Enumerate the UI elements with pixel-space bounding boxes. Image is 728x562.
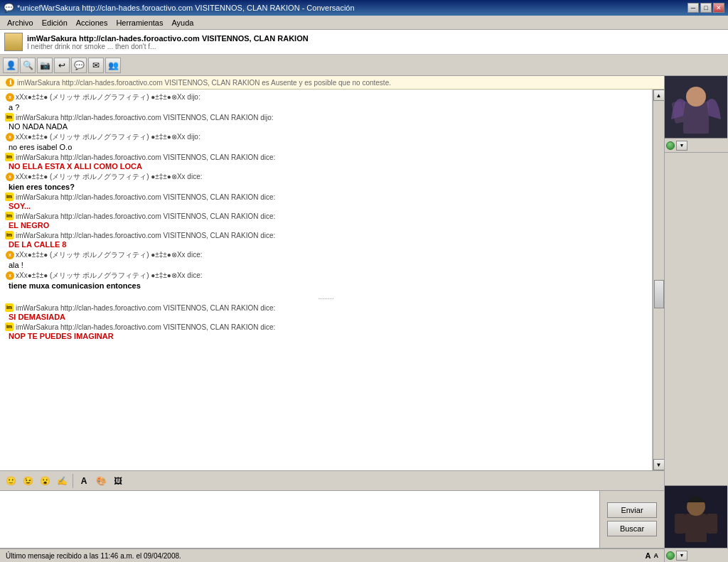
handwriting-btn[interactable]: ✍ bbox=[54, 473, 70, 489]
message-sender-6: imimWarSakura http://clan-hades.foroacti… bbox=[6, 212, 646, 220]
sender-text-5: imWarSakura http://clan-hades.foroactivo… bbox=[16, 193, 275, 201]
sender-text-6: imWarSakura http://clan-hades.foroactivo… bbox=[16, 212, 275, 220]
svg-point-2 bbox=[686, 87, 706, 107]
menu-ayuda[interactable]: Ayuda bbox=[167, 17, 198, 28]
bottom-area: 🙂 😉 😮 ✍ A 🎨 🖼 Enviar Buscar bbox=[0, 470, 664, 548]
menu-bar: Archivo Edición Acciones Herramientas Ay… bbox=[0, 16, 728, 30]
message-block-7: imimWarSakura http://clan-hades.foroacti… bbox=[6, 231, 646, 249]
app-icon: 💬 bbox=[4, 3, 14, 13]
message-block-1: imimWarSakura http://clan-hades.foroacti… bbox=[6, 113, 646, 131]
avatar-top bbox=[665, 76, 727, 139]
message-block-8: xxXx●±‡±● (メリッサ ポルノグラフィティ) ●±‡±●⊗Xx dice… bbox=[6, 250, 646, 269]
svg-rect-5 bbox=[685, 514, 707, 542]
message-text-6: EL NEGRO bbox=[6, 220, 646, 229]
toolbar-search-icon[interactable]: 🔍 bbox=[20, 58, 36, 73]
maximize-button[interactable]: □ bbox=[700, 3, 712, 13]
message-text-8: ala ! bbox=[6, 260, 646, 269]
message-block-0: xxXx●±‡±● (メリッサ ポルノグラフィティ) ●±‡±●⊗Xx dijo… bbox=[6, 92, 646, 112]
sender-text-9: xXx●±‡±● (メリッサ ポルノグラフィティ) ●±‡±●⊗Xx dice: bbox=[16, 271, 202, 281]
sender-icon-9: x bbox=[6, 271, 14, 280]
message-sender-8: xxXx●±‡±● (メリッサ ポルノグラフィティ) ●±‡±●⊗Xx dice… bbox=[6, 250, 646, 260]
contact-status: I neither drink nor smoke ... then don't… bbox=[27, 43, 309, 50]
scroll-up-arrow[interactable]: ▲ bbox=[653, 90, 665, 101]
sender-icon-5: im bbox=[6, 193, 14, 201]
toolbar-sep-1 bbox=[73, 474, 73, 488]
scroll-thumb[interactable] bbox=[654, 280, 664, 308]
sidebar-dropdown-top[interactable]: ▼ bbox=[676, 141, 687, 151]
toolbar-add-icon[interactable]: 👥 bbox=[105, 58, 121, 73]
sender-icon-10: im bbox=[6, 303, 14, 312]
sender-icon-8: x bbox=[6, 251, 14, 259]
toolbar-photo-icon[interactable]: 📷 bbox=[37, 58, 53, 73]
message-text-7: DE LA CALLE 8 bbox=[6, 239, 646, 249]
right-sidebar: ▼ ▼ bbox=[664, 76, 728, 562]
chat-input[interactable] bbox=[0, 491, 600, 548]
message-dots: ........ bbox=[6, 293, 646, 301]
scroll-track[interactable] bbox=[653, 101, 665, 459]
sender-text-10: imWarSakura http://clan-hades.foroactivo… bbox=[16, 304, 275, 312]
menu-edicion[interactable]: Edición bbox=[38, 17, 72, 28]
send-button[interactable]: Enviar bbox=[607, 502, 657, 518]
message-sender-4: xxXx●±‡±● (メリッサ ポルノグラフィティ) ●±‡±●⊗Xx dice… bbox=[6, 172, 646, 182]
message-block-4: xxXx●±‡±● (メリッサ ポルノグラフィティ) ●±‡±●⊗Xx dice… bbox=[6, 172, 646, 191]
minimize-button[interactable]: ─ bbox=[687, 3, 699, 13]
color-btn[interactable]: 🎨 bbox=[93, 473, 109, 489]
search-button[interactable]: Buscar bbox=[607, 521, 657, 536]
chat-messages[interactable]: xxXx●±‡±● (メリッサ ポルノグラフィティ) ●±‡±●⊗Xx dijo… bbox=[0, 90, 653, 470]
message-text-3: NO ELLA ESTA X ALLI COMO LOCA bbox=[6, 161, 646, 171]
message-text-9: tiene muxa comunicasion entonces bbox=[6, 281, 646, 290]
font-size-small-icon[interactable]: A bbox=[654, 552, 659, 559]
sidebar-controls-top: ▼ bbox=[665, 139, 728, 153]
message-text-4: kien eres tonces? bbox=[6, 182, 646, 191]
menu-acciones[interactable]: Acciones bbox=[72, 17, 112, 28]
message-sender-10: imimWarSakura http://clan-hades.foroacti… bbox=[6, 303, 646, 312]
font-btn[interactable]: A bbox=[76, 473, 92, 489]
close-button[interactable]: ✕ bbox=[713, 3, 724, 13]
toolbar-back-icon[interactable]: ↩ bbox=[54, 58, 70, 73]
sender-text-1: imWarSakura http://clan-hades.foroactivo… bbox=[16, 114, 274, 121]
title-bar-controls: ─ □ ✕ bbox=[687, 3, 724, 13]
emoji-btn[interactable]: 🙂 bbox=[3, 473, 18, 489]
chat-scrollbar[interactable]: ▲ ▼ bbox=[653, 90, 664, 470]
svg-rect-8 bbox=[707, 514, 717, 534]
message-block-2: xxXx●±‡±● (メリッサ ポルノグラフィティ) ●±‡±●⊗Xx dijo… bbox=[6, 132, 646, 151]
title-bar: 💬 *unicefWarSakura http://clan-hades.for… bbox=[0, 0, 728, 16]
input-buttons: Enviar Buscar bbox=[600, 491, 664, 548]
message-text-0: a ? bbox=[6, 102, 646, 112]
nudge-btn[interactable]: 😮 bbox=[37, 473, 53, 489]
menu-herramientas[interactable]: Herramientas bbox=[112, 17, 167, 28]
message-sender-11: imimWarSakura http://clan-hades.foroacti… bbox=[6, 323, 646, 331]
window-title: *unicefWarSakura http://clan-hades.foroa… bbox=[17, 4, 355, 12]
avatar-bottom-image bbox=[668, 487, 724, 547]
menu-archivo[interactable]: Archivo bbox=[3, 17, 38, 28]
message-text-5: SOY... bbox=[6, 201, 646, 210]
contact-header: imWarSakura http://clan-hades.foroactivo… bbox=[0, 30, 728, 55]
font-size-icon[interactable]: A bbox=[646, 551, 651, 560]
sender-text-8: xXx●±‡±● (メリッサ ポルノグラフィティ) ●±‡±●⊗Xx dice: bbox=[16, 250, 202, 260]
sender-text-4: xXx●±‡±● (メリッサ ポルノグラフィティ) ●±‡±●⊗Xx dice: bbox=[16, 172, 202, 182]
toolbar-person-icon[interactable]: 👤 bbox=[3, 58, 18, 73]
message-sender-0: xxXx●±‡±● (メリッサ ポルノグラフィティ) ●±‡±●⊗Xx dijo… bbox=[6, 92, 646, 102]
main-area: ℹ imWarSakura http://clan-hades.foroacti… bbox=[0, 76, 728, 562]
status-bar: Último mensaje recibido a las 11:46 a.m.… bbox=[0, 548, 664, 562]
sender-icon-3: im bbox=[6, 153, 14, 161]
sidebar-spacer bbox=[665, 153, 728, 485]
message-text-1: NO NADA NADA bbox=[6, 121, 646, 131]
sidebar-dropdown-bottom[interactable]: ▼ bbox=[676, 551, 687, 561]
input-row: Enviar Buscar bbox=[0, 491, 664, 548]
input-toolbar: 🙂 😉 😮 ✍ A 🎨 🖼 bbox=[0, 471, 664, 491]
contact-info: imWarSakura http://clan-hades.foroactivo… bbox=[27, 34, 309, 50]
sender-text-11: imWarSakura http://clan-hades.foroactivo… bbox=[16, 323, 275, 331]
wink-btn[interactable]: 😉 bbox=[20, 473, 36, 489]
message-block-9: xxXx●±‡±● (メリッサ ポルノグラフィティ) ●±‡±●⊗Xx dice… bbox=[6, 271, 646, 290]
toolbar-chat-icon[interactable]: 💬 bbox=[71, 58, 87, 73]
scroll-down-arrow[interactable]: ▼ bbox=[653, 459, 665, 470]
sender-icon-11: im bbox=[6, 323, 14, 331]
bgimage-btn[interactable]: 🖼 bbox=[110, 473, 126, 489]
sender-icon-7: im bbox=[6, 231, 14, 239]
status-bar-right: A A bbox=[646, 551, 658, 560]
message-block-5: imimWarSakura http://clan-hades.foroacti… bbox=[6, 193, 646, 210]
toolbar-mail-icon[interactable]: ✉ bbox=[88, 58, 104, 73]
sender-text-3: imWarSakura http://clan-hades.foroactivo… bbox=[16, 153, 275, 161]
message-block-3: imimWarSakura http://clan-hades.foroacti… bbox=[6, 153, 646, 171]
